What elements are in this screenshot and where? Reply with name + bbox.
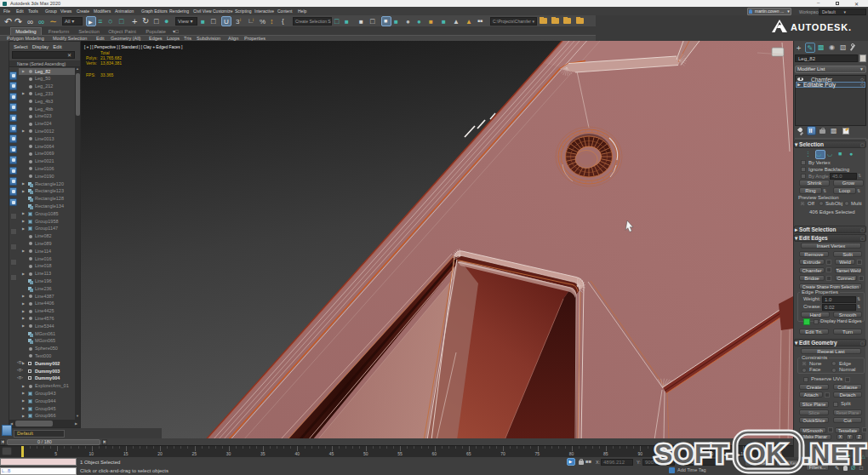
svg-text:AUTODESK.: AUTODESK.	[791, 22, 852, 32]
